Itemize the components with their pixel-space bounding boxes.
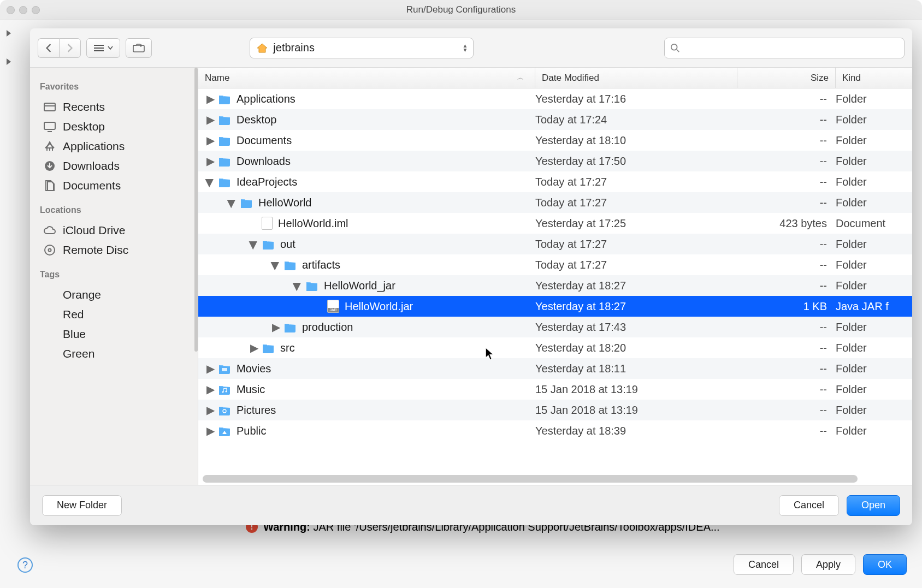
disclosure-closed-icon[interactable]: ▶ (207, 424, 214, 437)
file-date: Yesterday at 17:16 (535, 93, 737, 105)
file-row[interactable]: ▶Downloads Yesterday at 17:50 -- Folder (198, 151, 912, 171)
file-row[interactable]: ▶Movies Yesterday at 18:11 -- Folder (198, 358, 912, 379)
file-row[interactable]: ▶HelloWorld Today at 17:27 -- Folder (198, 192, 912, 213)
forward-button[interactable] (59, 38, 81, 58)
file-kind: Folder (836, 342, 912, 354)
file-size: 423 bytes (737, 217, 836, 230)
horizontal-scrollbar[interactable] (203, 475, 858, 483)
help-button[interactable]: ? (17, 557, 33, 573)
file-size: -- (737, 321, 836, 334)
file-name: Applications (237, 93, 295, 105)
file-date: Today at 17:27 (535, 238, 737, 251)
file-name: Desktop (237, 114, 276, 126)
file-size: -- (737, 197, 836, 209)
disclosure-open-icon[interactable]: ▶ (291, 283, 304, 290)
open-dialog: jetbrains ▲▼ Favorites RecentsDesktopApp… (30, 28, 912, 525)
disclosure-open-icon[interactable]: ▶ (204, 180, 217, 186)
disclosure-closed-icon[interactable]: ▶ (207, 155, 214, 168)
traffic-close[interactable] (7, 6, 15, 14)
file-row[interactable]: ▶IdeaProjects Today at 17:27 -- Folder (198, 171, 912, 192)
path-popup[interactable]: jetbrains ▲▼ (250, 38, 474, 58)
disclosure-open-icon[interactable]: ▶ (226, 200, 239, 207)
col-size[interactable]: Size (737, 68, 836, 88)
disclosure-open-icon[interactable]: ▶ (247, 242, 261, 248)
bg-cancel-button[interactable]: Cancel (734, 554, 794, 575)
sidebar: Favorites RecentsDesktopApplicationsDown… (30, 68, 198, 485)
file-row[interactable]: HelloWorld.jar Yesterday at 18:27 1 KB J… (198, 296, 912, 317)
sidebar-tag-blue[interactable]: Blue (40, 324, 188, 344)
file-date: Yesterday at 18:10 (535, 134, 737, 147)
sort-asc-icon: ︿ (517, 73, 524, 82)
col-name[interactable]: Name︿ (198, 68, 535, 88)
sidebar-fav-downloads[interactable]: Downloads (40, 156, 188, 176)
file-name: Public (237, 425, 266, 437)
file-name: IdeaProjects (237, 176, 297, 188)
bg-disclosure-2[interactable] (7, 58, 11, 65)
file-kind: Folder (836, 134, 912, 147)
bg-ok-button[interactable]: OK (863, 554, 907, 575)
file-row[interactable]: ▶production Yesterday at 17:43 -- Folder (198, 317, 912, 337)
back-button[interactable] (38, 38, 59, 58)
disclosure-closed-icon[interactable]: ▶ (207, 403, 214, 417)
sidebar-fav-recents[interactable]: Recents (40, 97, 188, 117)
dialog-toolbar: jetbrains ▲▼ (30, 28, 912, 68)
disclosure-closed-icon[interactable]: ▶ (207, 383, 214, 396)
sidebar-tag-orange[interactable]: Orange (40, 285, 188, 305)
file-row[interactable]: ▶Music 15 Jan 2018 at 13:19 -- Folder (198, 379, 912, 400)
search-input[interactable] (684, 42, 899, 54)
file-name: HelloWorld.iml (278, 217, 348, 230)
file-row[interactable]: ▶artifacts Today at 17:27 -- Folder (198, 254, 912, 275)
file-row[interactable]: HelloWorld.iml Yesterday at 17:25 423 by… (198, 213, 912, 234)
file-row[interactable]: ▶HelloWorld_jar Yesterday at 18:27 -- Fo… (198, 275, 912, 296)
file-kind: Folder (836, 155, 912, 168)
sidebar-fav-applications[interactable]: Applications (40, 136, 188, 156)
file-size: -- (737, 342, 836, 354)
sidebar-tag-green[interactable]: Green (40, 344, 188, 364)
bg-disclosure-1[interactable] (7, 30, 11, 37)
file-row[interactable]: ▶out Today at 17:27 -- Folder (198, 234, 912, 254)
bg-apply-button[interactable]: Apply (801, 554, 855, 575)
view-mode-button[interactable] (86, 38, 120, 58)
svg-point-5 (45, 245, 55, 255)
file-row[interactable]: ▶Pictures 15 Jan 2018 at 13:19 -- Folder (198, 400, 912, 420)
sidebar-tag-red[interactable]: Red (40, 305, 188, 324)
file-row[interactable]: ▶src Yesterday at 18:20 -- Folder (198, 337, 912, 358)
search-icon (670, 43, 680, 53)
file-row[interactable]: ▶Desktop Today at 17:24 -- Folder (198, 109, 912, 130)
disclosure-closed-icon[interactable]: ▶ (207, 92, 214, 105)
group-button[interactable] (126, 38, 152, 58)
disclosure-closed-icon[interactable]: ▶ (273, 320, 279, 334)
file-name: HelloWorld (258, 197, 311, 209)
file-date: Yesterday at 17:50 (535, 155, 737, 168)
file-size: -- (737, 176, 836, 188)
file-kind: Folder (836, 197, 912, 209)
file-row[interactable]: ▶Documents Yesterday at 18:10 -- Folder (198, 130, 912, 151)
disclosure-open-icon[interactable]: ▶ (269, 263, 282, 269)
disclosure-closed-icon[interactable]: ▶ (207, 134, 214, 147)
col-date[interactable]: Date Modified (535, 68, 737, 88)
sidebar-fav-desktop[interactable]: Desktop (40, 117, 188, 136)
chevron-updown-icon: ▲▼ (462, 44, 468, 52)
document-icon (262, 217, 273, 230)
file-date: Yesterday at 18:11 (535, 363, 737, 375)
traffic-zoom[interactable] (32, 6, 40, 14)
sidebar-loc-remote disc[interactable]: Remote Disc (40, 240, 188, 260)
file-kind: Java JAR f (836, 300, 912, 313)
file-row[interactable]: ▶Applications Yesterday at 17:16 -- Fold… (198, 88, 912, 109)
col-kind[interactable]: Kind (836, 68, 912, 88)
file-row[interactable]: ▶Public Yesterday at 18:39 -- Folder (198, 420, 912, 441)
sidebar-scrollbar[interactable] (194, 68, 198, 352)
search-field[interactable] (664, 38, 905, 58)
disclosure-closed-icon[interactable]: ▶ (251, 341, 257, 354)
traffic-minimize[interactable] (19, 6, 27, 14)
disclosure-closed-icon[interactable]: ▶ (207, 362, 214, 375)
file-kind: Folder (836, 425, 912, 437)
sidebar-fav-documents[interactable]: Documents (40, 176, 188, 195)
sidebar-loc-icloud drive[interactable]: iCloud Drive (40, 221, 188, 240)
file-size: -- (737, 114, 836, 126)
new-folder-button[interactable]: New Folder (42, 495, 122, 516)
open-button[interactable]: Open (847, 495, 900, 516)
cancel-button[interactable]: Cancel (779, 495, 839, 516)
file-size: -- (737, 404, 836, 417)
disclosure-closed-icon[interactable]: ▶ (207, 113, 214, 126)
